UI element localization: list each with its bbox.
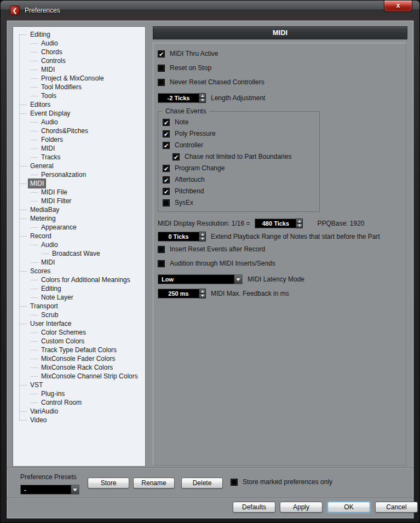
sidebar-item-transport[interactable]: Transport bbox=[13, 302, 145, 311]
sidebar-item-mixconsole-channel-strip-colors[interactable]: MixConsole Channel Strip Colors bbox=[13, 372, 145, 381]
sidebar-item-event-display[interactable]: Event Display bbox=[13, 109, 145, 118]
midi-max-feedback-in-ms-value[interactable]: 250 ms bbox=[158, 289, 199, 298]
length-adjustment-spin-down-icon[interactable] bbox=[199, 98, 205, 103]
sidebar-item-label: Appearance bbox=[39, 223, 78, 232]
aftertouch-checkbox[interactable]: ✔ bbox=[163, 176, 170, 183]
sidebar-item-general[interactable]: General bbox=[13, 162, 145, 170]
sidebar-item-midi[interactable]: MIDI bbox=[13, 179, 145, 188]
sidebar-item-label: Scores bbox=[28, 267, 52, 275]
preference-presets-dropdown[interactable]: - bbox=[20, 485, 79, 495]
sidebar-item-editors[interactable]: Editors bbox=[13, 100, 145, 109]
midi-display-resolution-spin-up-icon[interactable] bbox=[296, 219, 302, 223]
insert-reset-events-after-record-label: Insert Reset Events after Record bbox=[170, 245, 265, 253]
sidebar-item-mixconsole-fader-colors[interactable]: MixConsole Fader Colors bbox=[13, 354, 145, 363]
ok-button[interactable]: OK bbox=[327, 502, 370, 513]
midi-display-resolution-spin-down-icon[interactable] bbox=[296, 223, 302, 228]
controller-checkbox[interactable]: ✔ bbox=[163, 142, 170, 149]
settings-panel: MIDI ✔MIDI Thru Active✔Reset on Stop✔Nev… bbox=[153, 26, 407, 465]
sidebar-item-midi-file[interactable]: MIDI File bbox=[13, 188, 145, 197]
sidebar-item-metering[interactable]: Metering bbox=[13, 214, 145, 223]
midi-max-feedback-in-ms-spin-buttons bbox=[199, 289, 206, 298]
sidebar-item-video[interactable]: Video bbox=[13, 416, 145, 424]
sidebar-item-audio[interactable]: Audio bbox=[13, 118, 145, 127]
sidebar-item-personalization[interactable]: Personalization bbox=[13, 170, 145, 179]
midi-display-resolution-value[interactable]: 480 Ticks bbox=[255, 219, 296, 228]
sidebar-item-label: Chords bbox=[39, 48, 64, 56]
sidebar-item-midi[interactable]: MIDI bbox=[13, 144, 145, 153]
titlebar[interactable]: ❮ Preferences x bbox=[1, 1, 419, 20]
never-reset-chased-controllers-checkbox[interactable]: ✔ bbox=[158, 79, 165, 86]
sidebar-item-midi[interactable]: MIDI bbox=[13, 65, 145, 74]
chevron-down-icon[interactable] bbox=[71, 485, 79, 494]
audition-through-midi-inserts-sends-checkbox[interactable]: ✔ bbox=[158, 260, 165, 267]
sidebar-item-track-type-default-colors[interactable]: Track Type Default Colors bbox=[13, 346, 145, 354]
sidebar-item-folders[interactable]: Folders bbox=[13, 135, 145, 144]
sidebar-item-control-room[interactable]: Control Room bbox=[13, 398, 145, 407]
midi-latency-mode-value: Low bbox=[158, 275, 234, 284]
sidebar-item-scores[interactable]: Scores bbox=[13, 267, 145, 275]
sidebar-item-chords-pitches[interactable]: Chords&Pitches bbox=[13, 127, 145, 135]
sidebar-item-project-mixconsole[interactable]: Project & MixConsole bbox=[13, 74, 145, 83]
sidebar-item-plug-ins[interactable]: Plug-ins bbox=[13, 389, 145, 398]
sidebar-item-colors-for-additional-meanings[interactable]: Colors for Additional Meanings bbox=[13, 275, 145, 284]
extend-playback-range-of-notes-that-start-before-the-part-value[interactable]: 0 Ticks bbox=[158, 232, 199, 242]
sidebar-item-user-interface[interactable]: User Interface bbox=[13, 319, 145, 328]
sidebar-item-chords[interactable]: Chords bbox=[13, 48, 145, 56]
sidebar-item-mixconsole-rack-colors[interactable]: MixConsole Rack Colors bbox=[13, 363, 145, 372]
pitchbend-checkbox[interactable]: ✔ bbox=[163, 188, 170, 195]
sidebar-item-custom-colors[interactable]: Custom Colors bbox=[13, 337, 145, 346]
poly-pressure-checkbox[interactable]: ✔ bbox=[163, 130, 170, 137]
sidebar-item-label: Plug-ins bbox=[39, 389, 66, 398]
insert-reset-events-after-record-checkbox[interactable]: ✔ bbox=[158, 246, 165, 253]
sidebar-item-note-layer[interactable]: Note Layer bbox=[13, 293, 145, 302]
controller-row: ✔Controller bbox=[163, 141, 315, 149]
sidebar-item-tracks[interactable]: Tracks bbox=[13, 153, 145, 162]
sidebar-item-editing[interactable]: Editing bbox=[13, 284, 145, 293]
sidebar-item-controls[interactable]: Controls bbox=[13, 56, 145, 65]
sidebar-item-broadcast-wave[interactable]: Broadcast Wave bbox=[13, 249, 145, 258]
sidebar-item-label: Event Display bbox=[28, 109, 72, 118]
store-button[interactable]: Store bbox=[88, 478, 129, 488]
controller-label: Controller bbox=[175, 141, 203, 149]
midi-thru-active-checkbox[interactable]: ✔ bbox=[158, 50, 165, 58]
sidebar-item-color-schemes[interactable]: Color Schemes bbox=[13, 328, 145, 337]
sidebar-item-mediabay[interactable]: MediaBay bbox=[13, 205, 145, 214]
midi-latency-mode-dropdown[interactable]: Low bbox=[158, 274, 243, 284]
sidebar-item-midi-filter[interactable]: MIDI Filter bbox=[13, 197, 145, 205]
sidebar-item-tools[interactable]: Tools bbox=[13, 91, 145, 100]
checkmark-icon: ✔ bbox=[163, 142, 169, 149]
sidebar-item-audio[interactable]: Audio bbox=[13, 240, 145, 249]
sidebar-item-tool-modifiers[interactable]: Tool Modifiers bbox=[13, 83, 145, 91]
sidebar-item-label: Note Layer bbox=[39, 293, 75, 302]
chase-not-limited-to-part-boundaries-checkbox[interactable]: ✔ bbox=[172, 153, 180, 160]
sidebar-item-label: Colors for Additional Meanings bbox=[39, 275, 132, 284]
sidebar-item-scrub[interactable]: Scrub bbox=[13, 311, 145, 319]
delete-button[interactable]: Delete bbox=[181, 478, 223, 488]
sysex-checkbox[interactable]: ✔ bbox=[163, 199, 170, 206]
defaults-button[interactable]: Defaults bbox=[233, 502, 275, 513]
sidebar-item-record[interactable]: Record bbox=[13, 232, 145, 240]
sidebar-item-editing[interactable]: Editing bbox=[13, 30, 145, 39]
extend-playback-range-of-notes-that-start-before-the-part-spin-down-icon[interactable] bbox=[199, 237, 205, 242]
note-checkbox[interactable]: ✔ bbox=[163, 119, 170, 126]
sidebar-item-audio[interactable]: Audio bbox=[13, 39, 145, 48]
chevron-down-icon[interactable] bbox=[234, 275, 242, 284]
close-button[interactable]: x bbox=[384, 1, 412, 12]
reset-on-stop-checkbox[interactable]: ✔ bbox=[158, 65, 165, 72]
length-adjustment-value[interactable]: -2 Ticks bbox=[158, 93, 199, 103]
cancel-button[interactable]: Cancel bbox=[375, 502, 418, 513]
sidebar-item-variaudio[interactable]: VariAudio bbox=[13, 407, 145, 416]
program-change-row: ✔Program Change bbox=[163, 164, 315, 172]
length-adjustment-spin-up-icon[interactable] bbox=[199, 94, 205, 98]
program-change-checkbox[interactable]: ✔ bbox=[163, 165, 170, 172]
chase-events-legend: Chase Events bbox=[163, 107, 209, 115]
midi-max-feedback-in-ms-spin-down-icon[interactable] bbox=[199, 294, 205, 298]
store-marked-preferences-only-checkbox[interactable]: ✔ bbox=[231, 479, 238, 486]
sidebar-item-appearance[interactable]: Appearance bbox=[13, 223, 145, 232]
midi-max-feedback-in-ms-spin-up-icon[interactable] bbox=[199, 289, 205, 294]
apply-button[interactable]: Apply bbox=[280, 502, 323, 513]
rename-button[interactable]: Rename bbox=[133, 478, 175, 488]
extend-playback-range-of-notes-that-start-before-the-part-spin-up-icon[interactable] bbox=[199, 232, 205, 237]
sidebar-item-midi[interactable]: MIDI bbox=[13, 258, 145, 267]
sidebar-item-vst[interactable]: VST bbox=[13, 381, 145, 389]
